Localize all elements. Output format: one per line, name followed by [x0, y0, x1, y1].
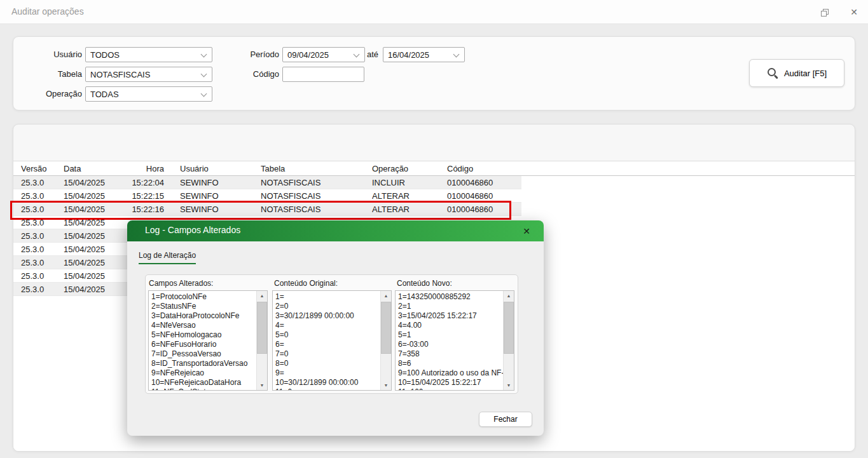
list-item[interactable]: 8=ID_TransportadoraVersao [151, 359, 256, 368]
scroll-up-icon[interactable]: ▲ [381, 291, 391, 300]
periodo-fim-select[interactable]: 16/04/2025 [383, 47, 465, 62]
list-item[interactable]: 1= [275, 292, 380, 302]
cell-operacao: ALTERAR [372, 191, 447, 201]
scroll-up-icon[interactable]: ▲ [257, 291, 267, 300]
column-header-usuario[interactable]: Usuário [164, 164, 261, 173]
scrollbar-thumb[interactable] [257, 302, 267, 354]
list-item[interactable]: 3=DataHoraProtocoloNFe [151, 311, 256, 321]
list-item[interactable]: 11=NFeCodStatus [151, 387, 256, 390]
scrollbar-thumb[interactable] [381, 302, 391, 354]
list-item[interactable]: 4= [275, 321, 380, 330]
conteudo-original-label: Conteúdo Original: [274, 279, 338, 288]
close-window-button[interactable]: ✕ [845, 5, 863, 19]
cell-data: 15/04/2025 [64, 285, 124, 294]
tabela-select[interactable]: NOTASFISCAIS [85, 67, 212, 82]
conteudo-novo-listbox[interactable]: 1=1432500008852922=13=15/04/2025 15:22:1… [395, 290, 514, 391]
list-item[interactable]: 8=0 [275, 359, 380, 368]
cell-versao: 25.3.0 [13, 178, 64, 187]
vertical-scrollbar[interactable]: ▲ ▼ [380, 291, 391, 390]
list-item[interactable]: 11=100 [398, 387, 503, 390]
scroll-down-icon[interactable]: ▼ [257, 381, 267, 390]
periodo-fim-value: 16/04/2025 [388, 50, 429, 60]
periodo-inicio-select[interactable]: 09/04/2025 [282, 47, 365, 62]
column-header-data[interactable]: Data [64, 164, 124, 173]
cell-data: 15/04/2025 [64, 231, 124, 241]
scroll-up-icon[interactable]: ▲ [504, 291, 514, 300]
list-item[interactable]: 3=15/04/2025 15:22:17 [398, 311, 503, 321]
codigo-input[interactable] [282, 67, 364, 82]
cell-versao: 25.3.0 [13, 271, 64, 281]
list-item[interactable]: 9=NFeRejeicao [151, 368, 256, 378]
scrollbar-thumb[interactable] [504, 302, 514, 354]
table-row[interactable]: 25.3.0 15/04/2025 15:22:04 SEWINFO NOTAS… [13, 176, 521, 189]
restore-window-button[interactable] [815, 5, 833, 19]
list-item[interactable]: 1=ProtocoloNFe [151, 292, 256, 302]
close-icon: ✕ [850, 7, 858, 17]
cell-hora: 15:22:04 [124, 178, 164, 187]
list-item[interactable]: 9= [275, 368, 380, 378]
list-item[interactable]: 5=0 [275, 330, 380, 340]
cell-usuario: SEWINFO [164, 191, 261, 201]
campos-alterados-label: Campos Alterados: [149, 279, 213, 288]
chevron-down-icon [201, 71, 207, 77]
codigo-label: Código [230, 67, 279, 82]
list-item[interactable]: 7=358 [398, 349, 503, 359]
list-item[interactable]: 4=4.00 [398, 321, 503, 330]
cell-hora: 15:22:16 [124, 205, 164, 214]
list-item[interactable]: 6=-03:00 [398, 340, 503, 349]
cell-versao: 25.3.0 [13, 258, 64, 267]
periodo-label: Período [230, 47, 279, 62]
list-item[interactable]: 10=15/04/2025 15:22:17 [398, 378, 503, 387]
list-item[interactable]: 7=0 [275, 349, 380, 359]
operacao-value: TODAS [90, 90, 119, 99]
dialog-close-button[interactable]: ✕ [520, 224, 534, 238]
tabela-value: NOTASFISCAIS [90, 70, 150, 79]
scroll-down-icon[interactable]: ▼ [381, 381, 391, 390]
tab-log-de-alteracao[interactable]: Log de Alteração [135, 248, 200, 264]
list-item[interactable]: 8=6 [398, 359, 503, 368]
list-item[interactable]: 9=100 Autorizado o uso da NF-e [398, 368, 503, 378]
cell-tabela: NOTASFISCAIS [261, 178, 372, 187]
list-item[interactable]: 2=0 [275, 302, 380, 311]
list-item[interactable]: 11=0 [275, 387, 380, 390]
list-item[interactable]: 10=NFeRejeicaoDataHora [151, 378, 256, 387]
cell-data: 15/04/2025 [64, 218, 124, 227]
vertical-scrollbar[interactable]: ▲ ▼ [256, 291, 267, 390]
conteudo-original-listbox[interactable]: 1=2=03=30/12/1899 00:00:004=5=06=7=08=09… [272, 290, 392, 391]
dialog-header[interactable]: Log - Campos Alterados ✕ [127, 220, 544, 241]
cell-codigo: 0100046860 [447, 205, 521, 214]
list-item[interactable]: 4=NfeVersao [151, 321, 256, 330]
list-item[interactable]: 3=30/12/1899 00:00:00 [275, 311, 380, 321]
list-item[interactable]: 6= [275, 340, 380, 349]
list-item[interactable]: 2=1 [398, 302, 503, 311]
list-item[interactable]: 5=1 [398, 330, 503, 340]
vertical-scrollbar[interactable]: ▲ ▼ [503, 291, 514, 390]
column-header-operacao[interactable]: Operação [372, 164, 447, 173]
cell-data: 15/04/2025 [64, 271, 124, 281]
operacao-select[interactable]: TODAS [85, 86, 212, 102]
cell-tabela: NOTASFISCAIS [261, 191, 372, 201]
chevron-down-icon [354, 51, 360, 58]
log-fields-groupbox: Campos Alterados: 1=ProtocoloNFe2=Status… [145, 274, 518, 394]
dialog-title: Log - Campos Alterados [145, 225, 240, 235]
column-header-hora[interactable]: Hora [124, 164, 164, 173]
conteudo-novo-items: 1=1432500008852922=13=15/04/2025 15:22:1… [396, 291, 503, 390]
auditar-operacoes-window: Auditar operações ✕ Usuário TODOS Tabela… [0, 0, 868, 458]
table-row[interactable]: 25.3.0 15/04/2025 15:22:16 SEWINFO NOTAS… [13, 203, 521, 216]
auditar-button[interactable]: Auditar [F5] [749, 59, 844, 87]
campos-alterados-listbox[interactable]: 1=ProtocoloNFe2=StatusNFe3=DataHoraProto… [148, 290, 268, 391]
fechar-button[interactable]: Fechar [479, 412, 532, 427]
list-item[interactable]: 7=ID_PessoaVersao [151, 349, 256, 359]
cell-versao: 25.3.0 [13, 191, 64, 201]
column-header-versao[interactable]: Versão [13, 164, 64, 173]
usuario-select[interactable]: TODOS [85, 47, 212, 62]
list-item[interactable]: 10=30/12/1899 00:00:00 [275, 378, 380, 387]
scroll-down-icon[interactable]: ▼ [504, 381, 514, 390]
list-item[interactable]: 1=143250000885292 [398, 292, 503, 302]
column-header-codigo[interactable]: Código [447, 164, 521, 173]
list-item[interactable]: 5=NFeHomologacao [151, 330, 256, 340]
list-item[interactable]: 2=StatusNFe [151, 302, 256, 311]
list-item[interactable]: 6=NFeFusoHorario [151, 340, 256, 349]
column-header-tabela[interactable]: Tabela [261, 164, 372, 173]
table-row[interactable]: 25.3.0 15/04/2025 15:22:15 SEWINFO NOTAS… [13, 189, 521, 203]
